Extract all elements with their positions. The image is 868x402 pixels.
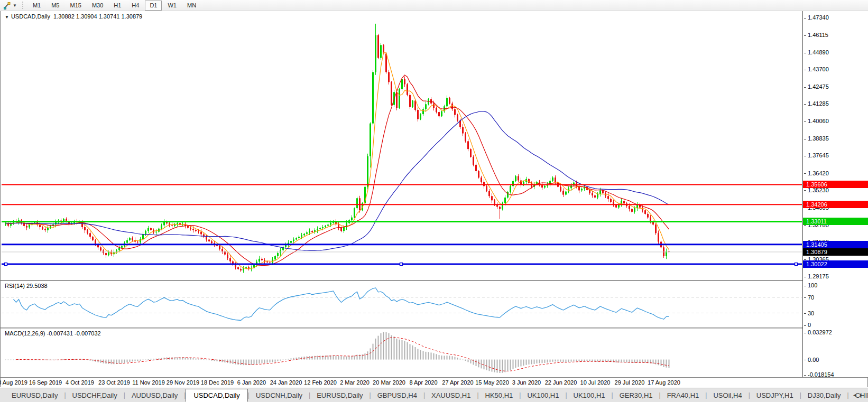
candle-body bbox=[555, 177, 556, 182]
timeframe-button-m30[interactable]: M30 bbox=[87, 1, 108, 11]
candle-body bbox=[198, 231, 199, 231]
chart-tab-dj30-daily[interactable]: DJ30,Daily bbox=[801, 390, 847, 401]
macd-histogram-bar bbox=[196, 359, 197, 360]
timeframe-button-m15[interactable]: M15 bbox=[65, 1, 86, 11]
candle-body bbox=[261, 259, 263, 260]
candle-body bbox=[499, 207, 501, 209]
candle-body bbox=[578, 186, 580, 191]
timeframe-button-m5[interactable]: M5 bbox=[47, 1, 64, 11]
candle-body bbox=[171, 225, 173, 226]
macd-histogram-bar bbox=[19, 359, 20, 360]
chart-tab-fra40-h1[interactable]: FRA40,H1 bbox=[661, 390, 706, 401]
candle-body bbox=[417, 110, 419, 119]
macd-histogram-bar bbox=[383, 332, 384, 360]
date-axis-label: 10 Jul 2020 bbox=[580, 379, 611, 386]
macd-histogram-bar bbox=[378, 336, 379, 360]
macd-histogram-bar bbox=[558, 360, 559, 362]
macd-histogram-bar bbox=[600, 360, 601, 362]
chart-tab-eurusd-daily[interactable]: EURUSD,Daily bbox=[5, 390, 64, 401]
macd-histogram-bar bbox=[515, 360, 516, 368]
line-drag-handle[interactable] bbox=[400, 263, 403, 266]
chart-tab-xauusd-h1[interactable]: XAUUSD,H1 bbox=[425, 390, 477, 401]
chart-tab-usdcnh-daily[interactable]: USDCNH,Daily bbox=[250, 390, 309, 401]
chart-tab-audusd-daily[interactable]: AUDUSD,Daily bbox=[125, 390, 184, 401]
draw-tools-dropdown-icon[interactable]: ▼ bbox=[13, 3, 17, 8]
chart-tab-uk100-h1[interactable]: UK100,H1 bbox=[521, 390, 565, 401]
candle-body bbox=[647, 214, 649, 218]
macd-histogram-bar bbox=[375, 339, 376, 360]
macd-histogram-bar bbox=[542, 360, 543, 363]
timeframe-button-d1[interactable]: D1 bbox=[145, 1, 162, 11]
macd-histogram-bar bbox=[37, 360, 38, 360]
macd-histogram-bar bbox=[510, 360, 511, 370]
macd-histogram-bar bbox=[111, 360, 112, 364]
candle-body bbox=[475, 165, 477, 171]
macd-histogram-bar bbox=[381, 333, 382, 360]
macd-panel[interactable]: MACD(12,26,9) -0.007431 -0.007032 bbox=[1, 329, 802, 377]
timeframe-button-m1[interactable]: M1 bbox=[28, 1, 45, 11]
chart-tab-uk100-h1[interactable]: UK100,H1 bbox=[567, 390, 612, 401]
collapse-arrow-icon[interactable]: ▼ bbox=[5, 15, 9, 20]
macd-histogram-bar bbox=[568, 360, 569, 362]
line-drag-handle[interactable] bbox=[795, 263, 798, 266]
chart-tab-ger30-h1[interactable]: GER30,H1 bbox=[613, 390, 659, 401]
price-tick-label: 1.29175 bbox=[804, 273, 829, 279]
timeframe-button-mn[interactable]: MN bbox=[182, 1, 201, 11]
candle-body bbox=[414, 101, 416, 110]
candle-body bbox=[243, 268, 244, 270]
macd-histogram-bar bbox=[177, 357, 178, 359]
candle-body bbox=[650, 218, 651, 221]
macd-histogram-bar bbox=[130, 360, 131, 362]
macd-histogram-bar bbox=[211, 360, 213, 361]
chart-tab-usoil-h4[interactable]: USOil,H4 bbox=[707, 390, 748, 401]
macd-tick-label: 0.00 bbox=[804, 357, 819, 363]
rsi-panel[interactable]: RSI(14) 29.5038 bbox=[1, 281, 802, 328]
macd-histogram-bar bbox=[193, 358, 194, 360]
tab-scroll-arrows[interactable]: ◄► bbox=[852, 392, 866, 398]
macd-histogram-bar bbox=[354, 356, 355, 359]
price-tick-label: 1.36420 bbox=[804, 170, 829, 176]
macd-histogram-bar bbox=[5, 360, 6, 360]
date-axis-label: 4 Oct 2019 bbox=[66, 379, 94, 386]
macd-histogram-bar bbox=[521, 360, 522, 367]
candle-body bbox=[343, 227, 345, 231]
macd-histogram-bar bbox=[209, 360, 210, 360]
macd-histogram-bar bbox=[285, 359, 287, 360]
timeframe-button-h1[interactable]: H1 bbox=[109, 1, 126, 11]
chart-tab-usdjpy-h1[interactable]: USDJPY,H1 bbox=[750, 390, 800, 401]
candle-body bbox=[623, 201, 625, 204]
candle-body bbox=[23, 223, 25, 226]
timeframe-button-w1[interactable]: W1 bbox=[163, 1, 181, 11]
date-axis-label: 2 Mar 2020 bbox=[340, 379, 370, 386]
macd-histogram-bar bbox=[206, 360, 207, 360]
tab-scroll-right-icon[interactable]: ► bbox=[859, 392, 866, 398]
macd-histogram-bar bbox=[272, 360, 273, 362]
chart-tab-eurusd-daily[interactable]: EURUSD,Daily bbox=[310, 390, 369, 401]
timeframe-button-h4[interactable]: H4 bbox=[127, 1, 144, 11]
macd-histogram-bar bbox=[188, 358, 189, 360]
macd-histogram-bar bbox=[370, 348, 371, 359]
candle-body bbox=[375, 35, 376, 72]
candle-body bbox=[132, 238, 133, 240]
chart-tab-usdchf-daily[interactable]: USDCHF,Daily bbox=[66, 390, 124, 401]
chart-tab-hk50-h1[interactable]: HK50,H1 bbox=[479, 390, 520, 401]
line-drag-handle[interactable] bbox=[5, 263, 7, 266]
candle-body bbox=[655, 225, 657, 233]
candle-body bbox=[195, 230, 197, 231]
chart-tab-gbpusd-h4[interactable]: GBPUSD,H4 bbox=[371, 390, 423, 401]
chart-tab-usdcad-daily[interactable]: USDCAD,Daily bbox=[186, 389, 247, 402]
main-chart-panel[interactable]: ▼USDCAD,Daily 1.30882 1.30904 1.30741 1.… bbox=[1, 11, 802, 280]
macd-tick-label: 0.032972 bbox=[804, 329, 832, 335]
level-price-tag: 1.30022 bbox=[803, 260, 868, 268]
macd-histogram-bar bbox=[431, 352, 432, 359]
macd-histogram-bar bbox=[669, 360, 670, 368]
candle-body bbox=[296, 238, 297, 240]
candle-body bbox=[399, 89, 400, 108]
macd-histogram-bar bbox=[108, 360, 109, 364]
tab-scroll-left-icon[interactable]: ◄ bbox=[852, 392, 859, 398]
candle-body bbox=[174, 225, 176, 226]
macd-histogram-bar bbox=[254, 360, 255, 365]
draw-tools-icon[interactable] bbox=[2, 1, 12, 10]
chart-title: ▼USDCAD,Daily 1.30882 1.30904 1.30741 1.… bbox=[5, 13, 142, 20]
candlestick-plot[interactable] bbox=[1, 11, 802, 280]
